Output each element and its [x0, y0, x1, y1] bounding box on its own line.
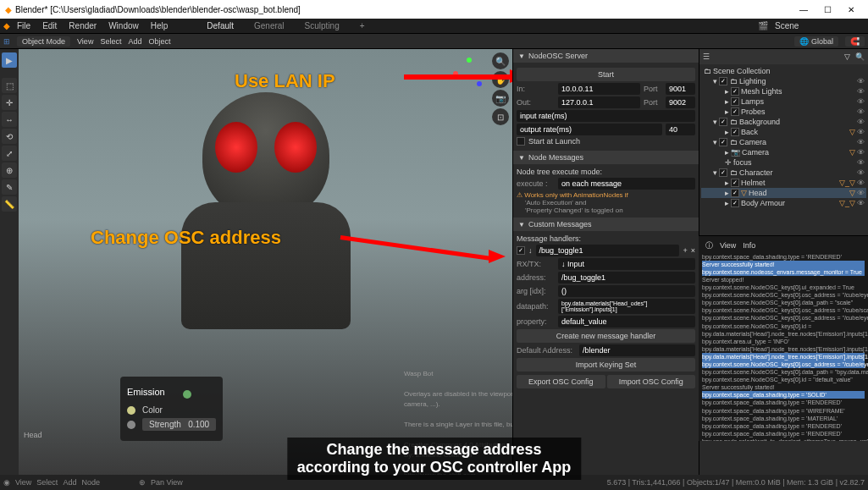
console-line[interactable]: bpy.context.scene.NodeOSC_keys[0].id =: [702, 322, 865, 330]
console-line[interactable]: bpy.data.materials['Head'].node_tree.nod…: [702, 353, 865, 361]
console-line[interactable]: bpy.context.scene.NodeOSC_keys[0].id = "…: [702, 376, 865, 383]
console-line[interactable]: bpy.context.space_data.shading.type = 'R…: [702, 422, 865, 430]
in-ip-field[interactable]: 10.0.0.11: [558, 83, 640, 95]
remove-handler-icon[interactable]: ×: [691, 246, 695, 255]
import-keying-button[interactable]: Import Keying Set: [517, 358, 695, 372]
console-line[interactable]: Server stopped!: [702, 276, 865, 284]
header-object[interactable]: Object: [148, 37, 170, 46]
expand-icon[interactable]: ↓: [528, 246, 533, 255]
header-add[interactable]: Add: [128, 37, 141, 46]
3d-viewport[interactable]: 🔍 ✋ 📷 ⊡ Use LAN IP Change OSC address Em…: [19, 49, 512, 475]
console-line[interactable]: bpy.context.scene.NodeOSC_keys[0].osc_ad…: [702, 314, 865, 322]
console-line[interactable]: bpy.context.space_data.shading.type = 'R…: [702, 253, 865, 261]
console-editor-icon[interactable]: ⓘ: [705, 241, 713, 251]
rxtx-field[interactable]: ↓ Input: [558, 258, 695, 270]
add-handler-icon[interactable]: +: [683, 246, 687, 255]
address-field[interactable]: /bug_toggle1: [558, 272, 695, 284]
zoom-icon[interactable]: 🔍: [492, 52, 509, 69]
strength-field[interactable]: Strength 0.100: [142, 418, 216, 431]
move-tool[interactable]: ↔: [2, 112, 17, 127]
outliner-type-icon[interactable]: ☰: [703, 52, 710, 61]
tree-focus[interactable]: ✛focus👁: [701, 157, 866, 168]
node-select[interactable]: Select: [36, 478, 58, 487]
start-button[interactable]: Start: [517, 68, 695, 81]
tree-lamps[interactable]: ▸Lamps👁: [701, 96, 866, 107]
tree-character[interactable]: ▾🗀Character👁: [701, 168, 866, 178]
tree-head[interactable]: ▸▽Head▽👁: [701, 188, 866, 198]
console-line[interactable]: Server successfully started!: [702, 383, 865, 391]
nodeosc-server-header[interactable]: ▼NodeOSC Server: [513, 49, 699, 63]
datapath-field[interactable]: bpy.data.materials["Head_odes"]["Emissio…: [558, 299, 695, 314]
console-line[interactable]: bpy.context.scene.nodeosc_envars.message…: [702, 268, 865, 276]
input-rate[interactable]: input rate(ms): [517, 110, 695, 122]
menu-window[interactable]: Window: [103, 19, 144, 32]
out-ip-field[interactable]: 127.0.0.1: [558, 96, 640, 108]
execute-mode[interactable]: on each message: [558, 178, 695, 190]
arg-field[interactable]: (): [558, 285, 695, 297]
console-line[interactable]: bpy.ops.node.select(wait_to_deselect_oth…: [702, 438, 865, 441]
node-add[interactable]: Add: [63, 478, 76, 487]
handler-enable[interactable]: [517, 246, 525, 255]
menu-render[interactable]: Render: [64, 19, 102, 32]
create-handler-button[interactable]: Create new message handler: [517, 329, 695, 343]
console-line[interactable]: bpy.context.scene.NodeOSC_keys[0].osc_ad…: [702, 291, 865, 299]
import-config-button[interactable]: Import OSC Config: [607, 375, 696, 388]
filter-icon[interactable]: ▽: [844, 52, 850, 61]
tree-helmet[interactable]: ▸Helmet▽_▽👁: [701, 178, 866, 188]
scene-selector[interactable]: Scene: [775, 21, 860, 30]
tree-background[interactable]: ▾🗀Background👁: [701, 117, 866, 127]
tree-camera[interactable]: ▸📷Camera▽👁: [701, 147, 866, 157]
workspace-add[interactable]: +: [353, 19, 372, 32]
tree-meshlights[interactable]: ▸Mesh Lights👁: [701, 86, 866, 96]
console-line[interactable]: Server successfully started!: [702, 261, 865, 268]
out-port-field[interactable]: 9002: [666, 96, 695, 108]
console-line[interactable]: bpy.context.space_data.shading.type = 'S…: [702, 391, 865, 399]
pan-icon[interactable]: ✋: [492, 71, 509, 88]
console-line[interactable]: bpy.context.scene.NodeOSC_keys[0].osc_ad…: [702, 361, 865, 368]
nav-gizmo[interactable]: [451, 56, 485, 90]
info-console[interactable]: ⓘViewInfo bpy.context.space_data.shading…: [699, 235, 868, 441]
persp-icon[interactable]: ⊡: [492, 108, 509, 125]
snap-toggle[interactable]: 🧲: [845, 36, 865, 47]
measure-tool[interactable]: 📏: [2, 196, 17, 212]
editor-type-icon[interactable]: ⊞: [3, 37, 10, 46]
console-line[interactable]: bpy.context.scene.NodeOSC_keys[0].data_p…: [702, 299, 865, 306]
node-messages-header[interactable]: ▼Node Messages: [513, 151, 699, 164]
console-line[interactable]: bpy.context.space_data.shading.type = 'W…: [702, 407, 865, 415]
shader-node[interactable]: Emission Color Strength 0.100: [120, 377, 223, 441]
orientation-selector[interactable]: 🌐 Global: [794, 36, 838, 47]
workspace-sculpting[interactable]: Sculpting: [298, 19, 346, 32]
tree-camera-collection[interactable]: ▾🗀Camera👁: [701, 137, 866, 147]
node-view[interactable]: View: [15, 478, 31, 487]
console-line[interactable]: bpy.context.area.ui_type = 'INFO': [702, 338, 865, 345]
header-select[interactable]: Select: [100, 37, 121, 46]
console-line[interactable]: bpy.data.materials['Head'].node_tree.nod…: [702, 330, 865, 338]
minimize-button[interactable]: —: [792, 2, 815, 17]
menu-file[interactable]: File: [12, 19, 36, 32]
property-field[interactable]: default_value: [558, 316, 695, 328]
tree-lighting[interactable]: ▾🗀Lighting👁: [701, 76, 866, 86]
default-address[interactable]: /blender: [579, 344, 695, 356]
console-line[interactable]: bpy.context.space_data.shading.type = 'R…: [702, 430, 865, 438]
shader-editor-icon[interactable]: ◉: [3, 478, 10, 487]
tree-bodyarmour[interactable]: ▸Body Armour▽_▽👁: [701, 198, 866, 208]
console-line[interactable]: bpy.context.scene.NodeOSC_keys[0].ui_exp…: [702, 284, 865, 291]
rotate-tool[interactable]: ⟲: [2, 129, 17, 144]
output-rate[interactable]: output rate(ms): [517, 124, 662, 135]
start-launch-checkbox[interactable]: [517, 137, 525, 146]
tree-back[interactable]: ▸Back▽👁: [701, 127, 866, 137]
menu-help[interactable]: Help: [146, 19, 174, 32]
node-menu[interactable]: Node: [81, 478, 100, 487]
close-button[interactable]: ✕: [839, 2, 863, 17]
scale-tool[interactable]: ⤢: [2, 146, 17, 161]
transform-tool[interactable]: ⊕: [2, 162, 17, 178]
camera-icon[interactable]: 📷: [492, 90, 509, 107]
export-config-button[interactable]: Export OSC Config: [517, 375, 605, 388]
console-line[interactable]: bpy.data.materials['Head'].node_tree.nod…: [702, 345, 865, 353]
search-icon[interactable]: 🔍: [855, 52, 865, 61]
play-button[interactable]: ▶: [2, 52, 17, 68]
color-socket[interactable]: [127, 406, 135, 415]
emission-output-socket[interactable]: [183, 390, 191, 399]
mode-selector[interactable]: Object Mode: [17, 36, 70, 47]
console-line[interactable]: bpy.context.space_data.shading.type = 'R…: [702, 399, 865, 406]
